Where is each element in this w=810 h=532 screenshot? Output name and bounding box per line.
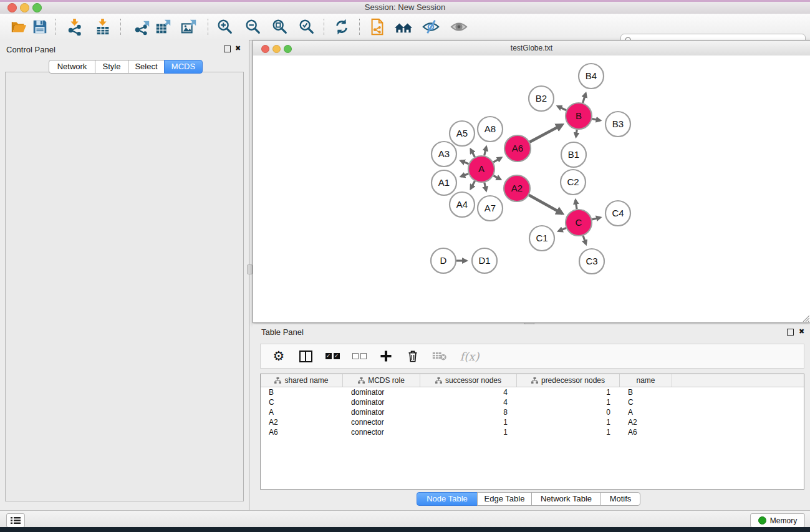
zoom-out-icon[interactable] bbox=[244, 17, 263, 36]
network-window-titlebar[interactable]: testGlobe.txt bbox=[253, 41, 810, 56]
vertical-splitter-grip[interactable] bbox=[247, 264, 253, 274]
export-network-icon[interactable] bbox=[133, 17, 152, 36]
delete-column-icon[interactable] bbox=[405, 348, 421, 364]
edge-A-A8[interactable] bbox=[485, 147, 486, 155]
table-row[interactable]: Cdominator41C bbox=[261, 397, 804, 407]
edge-A6-B[interactable] bbox=[529, 125, 562, 142]
column-header-mcds-role[interactable]: MCDS role bbox=[343, 374, 420, 387]
graph-node-label-C: C bbox=[576, 217, 582, 228]
graph-node-label-C3: C3 bbox=[586, 256, 597, 266]
edge-A-A4[interactable] bbox=[471, 181, 475, 188]
table-tabs: Node Table Edge Table Network Table Moti… bbox=[417, 492, 640, 506]
column-header-shared-name[interactable]: shared name bbox=[261, 374, 343, 387]
zoom-in-icon[interactable] bbox=[216, 17, 234, 36]
show-all-eye-icon[interactable] bbox=[450, 17, 468, 36]
table-row[interactable]: A6connector11A6 bbox=[261, 427, 804, 437]
edge-B-B3[interactable] bbox=[592, 118, 600, 120]
home-view-icon[interactable] bbox=[394, 17, 413, 36]
column-header-successor-nodes[interactable]: successor nodes bbox=[420, 374, 517, 387]
deselect-all-columns-icon[interactable] bbox=[351, 348, 367, 364]
column-tree-icon bbox=[358, 377, 365, 384]
toolbar-separator bbox=[55, 19, 55, 35]
select-all-columns-icon[interactable]: ✓✓ bbox=[324, 348, 340, 364]
tab-edge-table[interactable]: Edge Table bbox=[477, 492, 532, 506]
edge-A-A6[interactable] bbox=[493, 158, 501, 162]
refresh-icon[interactable] bbox=[332, 17, 351, 36]
column-pane-icon[interactable] bbox=[297, 348, 314, 364]
export-table-icon[interactable] bbox=[154, 17, 173, 36]
graph-node-label-A3: A3 bbox=[438, 148, 450, 159]
memory-status-icon bbox=[758, 516, 766, 525]
new-session-from-network-icon[interactable] bbox=[368, 17, 387, 36]
graph-node-label-A5: A5 bbox=[456, 128, 468, 138]
tab-network[interactable]: Network bbox=[49, 60, 95, 74]
tab-network-table[interactable]: Network Table bbox=[531, 492, 601, 506]
column-tree-icon bbox=[274, 377, 281, 384]
toolbar-separator bbox=[208, 19, 208, 35]
memory-button[interactable]: Memory bbox=[750, 513, 805, 528]
table-row[interactable]: Adominator80A bbox=[261, 407, 804, 417]
tab-mcds[interactable]: MCDS bbox=[164, 60, 203, 74]
tab-select[interactable]: Select bbox=[128, 60, 165, 74]
float-table-panel-icon[interactable] bbox=[787, 329, 794, 337]
edge-B-B4[interactable] bbox=[583, 94, 586, 103]
tab-node-table[interactable]: Node Table bbox=[417, 492, 478, 506]
table-header-row: shared name MCDS role successor nodes pr… bbox=[261, 374, 804, 387]
float-panel-icon[interactable] bbox=[224, 46, 231, 54]
zoom-fit-icon[interactable] bbox=[271, 17, 289, 36]
close-table-panel-icon[interactable]: ✖ bbox=[799, 328, 804, 335]
edge-B-B1[interactable] bbox=[576, 130, 577, 137]
save-session-icon[interactable] bbox=[31, 17, 49, 36]
session-title: Session: New Session bbox=[0, 2, 810, 12]
import-table-icon[interactable] bbox=[94, 17, 112, 36]
table-settings-gear-icon[interactable]: ⚙ bbox=[271, 348, 287, 364]
delete-table-icon[interactable] bbox=[432, 348, 448, 364]
export-image-icon[interactable] bbox=[180, 17, 198, 36]
application-window: Session: New Session bbox=[0, 0, 810, 532]
edge-C-C2[interactable] bbox=[576, 200, 577, 209]
edge-A-A1[interactable] bbox=[461, 174, 468, 177]
mcds-tab-content bbox=[5, 72, 244, 501]
column-header-predecessor-nodes[interactable]: predecessor nodes bbox=[517, 374, 620, 387]
add-column-icon[interactable] bbox=[378, 348, 394, 364]
table-panel: Table Panel ✖ ⚙ ✓✓ f(x) shared name MCDS… bbox=[253, 324, 810, 510]
edge-A-A5[interactable] bbox=[471, 149, 475, 157]
edge-C-C4[interactable] bbox=[592, 218, 600, 220]
edge-A2-C[interactable] bbox=[529, 195, 562, 214]
edge-B-B2[interactable] bbox=[557, 106, 566, 110]
edge-A-A7[interactable] bbox=[485, 182, 486, 190]
hide-detail-eye-icon[interactable] bbox=[422, 17, 440, 36]
function-builder-icon[interactable]: f(x) bbox=[458, 348, 481, 364]
status-bar: Memory bbox=[0, 510, 810, 528]
graph-node-label-A6: A6 bbox=[512, 143, 523, 153]
tab-motifs[interactable]: Motifs bbox=[600, 492, 640, 506]
graph-node-label-A4: A4 bbox=[456, 199, 468, 210]
graph-node-label-A8: A8 bbox=[485, 123, 496, 134]
network-canvas[interactable]: B4B2BB3B1A5A8A6A3AA1A2A4A7C2C4CC1C3DD1 bbox=[253, 56, 810, 322]
titlebar-accent bbox=[0, 0, 810, 2]
import-network-icon[interactable] bbox=[65, 17, 84, 36]
edge-C-C3[interactable] bbox=[583, 236, 586, 244]
column-header-name[interactable]: name bbox=[620, 374, 672, 387]
table-row[interactable]: Bdominator41B bbox=[261, 387, 804, 397]
graph-node-label-D1: D1 bbox=[478, 255, 490, 266]
graph-node-label-B1: B1 bbox=[568, 149, 579, 160]
network-graph[interactable]: B4B2BB3B1A5A8A6A3AA1A2A4A7C2C4CC1C3DD1 bbox=[253, 56, 809, 321]
close-panel-icon[interactable]: ✖ bbox=[235, 45, 241, 52]
edge-C-C1[interactable] bbox=[559, 228, 566, 231]
zoom-selected-icon[interactable] bbox=[297, 17, 316, 36]
task-history-button[interactable] bbox=[6, 513, 25, 528]
list-icon bbox=[11, 516, 21, 525]
table-row[interactable]: A2connector11A2 bbox=[261, 417, 804, 427]
graph-node-label-A7: A7 bbox=[485, 203, 496, 213]
column-header-filler bbox=[672, 374, 804, 387]
edge-A-A2[interactable] bbox=[493, 176, 500, 180]
tab-style[interactable]: Style bbox=[95, 60, 128, 74]
window-resize-grip-icon[interactable] bbox=[802, 314, 809, 322]
edge-A-A3[interactable] bbox=[461, 161, 469, 164]
graph-node-label-C2: C2 bbox=[567, 177, 579, 187]
table-toolbar: ⚙ ✓✓ f(x) bbox=[260, 344, 804, 369]
column-tree-icon bbox=[531, 377, 538, 384]
graph-node-label-A1: A1 bbox=[438, 177, 450, 188]
open-session-icon[interactable] bbox=[9, 17, 28, 36]
